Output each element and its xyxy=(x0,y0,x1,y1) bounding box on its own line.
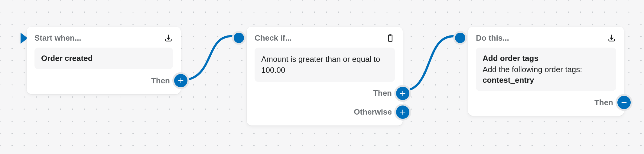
condition-node[interactable]: Check if... Amount is greater than or eq… xyxy=(247,27,403,126)
trigger-header: Start when... xyxy=(34,33,81,43)
add-step-button[interactable] xyxy=(617,96,631,109)
flow-canvas[interactable]: Start when... Order created Then Che xyxy=(0,0,644,154)
otherwise-label: Otherwise xyxy=(354,107,392,117)
add-step-button[interactable] xyxy=(174,74,187,87)
node-input-dot xyxy=(234,33,244,43)
node-input-dot xyxy=(455,33,465,43)
trigger-event-label: Order created xyxy=(41,54,166,63)
action-header: Do this... xyxy=(476,33,509,43)
import-icon xyxy=(164,34,173,43)
then-label: Then xyxy=(373,89,392,98)
checklist-icon xyxy=(386,34,395,43)
action-subtext: Add the following order tags: xyxy=(483,65,610,74)
condition-text: Amount is greater than or equal to 100.0… xyxy=(261,54,388,76)
then-label: Then xyxy=(594,98,613,107)
condition-body[interactable]: Amount is greater than or equal to 100.0… xyxy=(255,48,395,82)
action-node[interactable]: Do this... Add order tags Add the follow… xyxy=(468,27,624,116)
import-icon xyxy=(607,34,616,43)
add-step-button-then[interactable] xyxy=(396,87,409,100)
condition-header: Check if... xyxy=(255,33,292,43)
action-tag: contest_entry xyxy=(483,75,610,85)
action-title: Add order tags xyxy=(483,54,610,63)
trigger-body[interactable]: Order created xyxy=(34,48,173,69)
then-label: Then xyxy=(151,76,170,85)
add-step-button-otherwise[interactable] xyxy=(396,105,409,119)
svg-rect-0 xyxy=(389,34,392,36)
action-body[interactable]: Add order tags Add the following order t… xyxy=(476,48,616,91)
trigger-node[interactable]: Start when... Order created Then xyxy=(27,27,181,94)
